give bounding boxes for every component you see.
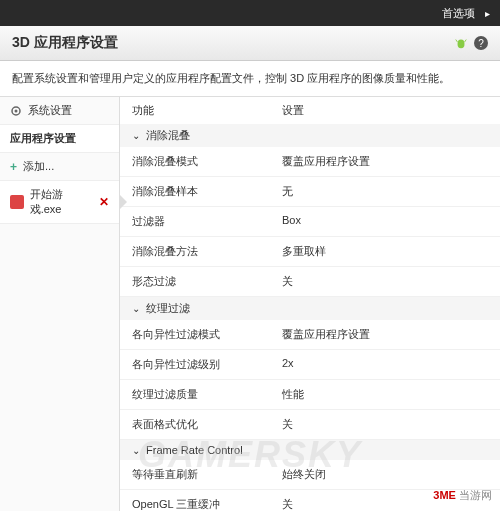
table-header: 功能 设置 <box>120 97 500 124</box>
setting-row[interactable]: 等待垂直刷新始终关闭 <box>120 460 500 490</box>
sidebar-item-system[interactable]: 系统设置 <box>0 97 119 125</box>
section-antialiasing[interactable]: ⌄消除混叠 <box>120 124 500 147</box>
setting-value[interactable]: Box <box>282 214 488 229</box>
setting-key: 过滤器 <box>132 214 282 229</box>
setting-value[interactable]: 多重取样 <box>282 244 488 259</box>
sidebar-item-exe[interactable]: 开始游戏.exe ✕ <box>0 181 119 224</box>
setting-value[interactable]: 性能 <box>282 387 488 402</box>
setting-row[interactable]: 各向异性过滤模式覆盖应用程序设置 <box>120 320 500 350</box>
setting-key: 消除混叠模式 <box>132 154 282 169</box>
app-icon <box>10 195 24 209</box>
bee-icon[interactable] <box>454 36 468 50</box>
sidebar-item-add[interactable]: + 添加... <box>0 153 119 181</box>
setting-row[interactable]: 消除混叠方法多重取样 <box>120 237 500 267</box>
setting-key: 表面格式优化 <box>132 417 282 432</box>
page-header: 3D 应用程序设置 ? <box>0 26 500 61</box>
col-header-setting: 设置 <box>282 103 488 118</box>
svg-point-2 <box>15 109 18 112</box>
settings-panel: 功能 设置 ⌄消除混叠 消除混叠模式覆盖应用程序设置 消除混叠样本无 过滤器Bo… <box>120 97 500 511</box>
setting-key: 等待垂直刷新 <box>132 467 282 482</box>
section-label: 纹理过滤 <box>146 301 190 316</box>
chevron-down-icon: ⌄ <box>132 130 140 141</box>
help-icon[interactable]: ? <box>474 36 488 50</box>
setting-value[interactable]: 覆盖应用程序设置 <box>282 327 488 342</box>
setting-key: 各向异性过滤模式 <box>132 327 282 342</box>
setting-value[interactable]: 关 <box>282 417 488 432</box>
setting-key: 纹理过滤质量 <box>132 387 282 402</box>
setting-value[interactable]: 关 <box>282 497 488 511</box>
delete-icon[interactable]: ✕ <box>99 195 109 209</box>
page-title: 3D 应用程序设置 <box>12 34 118 52</box>
content-area: 系统设置 应用程序设置 + 添加... 开始游戏.exe ✕ 功能 设置 ⌄消除… <box>0 97 500 511</box>
setting-key: 消除混叠样本 <box>132 184 282 199</box>
setting-key: 形态过滤 <box>132 274 282 289</box>
chevron-down-icon: ⌄ <box>132 303 140 314</box>
setting-value[interactable]: 始终关闭 <box>282 467 488 482</box>
setting-row[interactable]: 纹理过滤质量性能 <box>120 380 500 410</box>
setting-key: 消除混叠方法 <box>132 244 282 259</box>
section-texture-filter[interactable]: ⌄纹理过滤 <box>120 297 500 320</box>
setting-row[interactable]: 形态过滤关 <box>120 267 500 297</box>
sidebar: 系统设置 应用程序设置 + 添加... 开始游戏.exe ✕ <box>0 97 120 511</box>
sidebar-label-apps: 应用程序设置 <box>10 131 76 146</box>
chevron-right-icon: ▸ <box>485 8 490 19</box>
setting-value[interactable]: 2x <box>282 357 488 372</box>
plus-icon: + <box>10 160 17 174</box>
svg-point-0 <box>458 40 465 49</box>
col-header-feature: 功能 <box>132 103 282 118</box>
sidebar-item-apps[interactable]: 应用程序设置 <box>0 125 119 153</box>
setting-key: OpenGL 三重缓冲 <box>132 497 282 511</box>
section-frame-rate[interactable]: ⌄Frame Rate Control <box>120 440 500 460</box>
setting-row[interactable]: 消除混叠模式覆盖应用程序设置 <box>120 147 500 177</box>
setting-value[interactable]: 覆盖应用程序设置 <box>282 154 488 169</box>
sidebar-label-add: 添加... <box>23 159 54 174</box>
gear-icon <box>10 105 22 117</box>
setting-value[interactable]: 关 <box>282 274 488 289</box>
description-text: 配置系统设置和管理用户定义的应用程序配置文件，控制 3D 应用程序的图像质量和性… <box>0 61 500 97</box>
chevron-down-icon: ⌄ <box>132 445 140 456</box>
preferences-button[interactable]: 首选项 <box>434 4 483 23</box>
section-label: 消除混叠 <box>146 128 190 143</box>
setting-value[interactable]: 无 <box>282 184 488 199</box>
setting-row[interactable]: OpenGL 三重缓冲关 <box>120 490 500 511</box>
setting-row[interactable]: 过滤器Box <box>120 207 500 237</box>
setting-row[interactable]: 各向异性过滤级别2x <box>120 350 500 380</box>
top-bar: 首选项 ▸ <box>0 0 500 26</box>
sidebar-label-exe: 开始游戏.exe <box>30 187 93 217</box>
header-icons: ? <box>454 36 488 50</box>
setting-row[interactable]: 消除混叠样本无 <box>120 177 500 207</box>
setting-key: 各向异性过滤级别 <box>132 357 282 372</box>
sidebar-label-system: 系统设置 <box>28 103 72 118</box>
setting-row[interactable]: 表面格式优化关 <box>120 410 500 440</box>
section-label: Frame Rate Control <box>146 444 243 456</box>
